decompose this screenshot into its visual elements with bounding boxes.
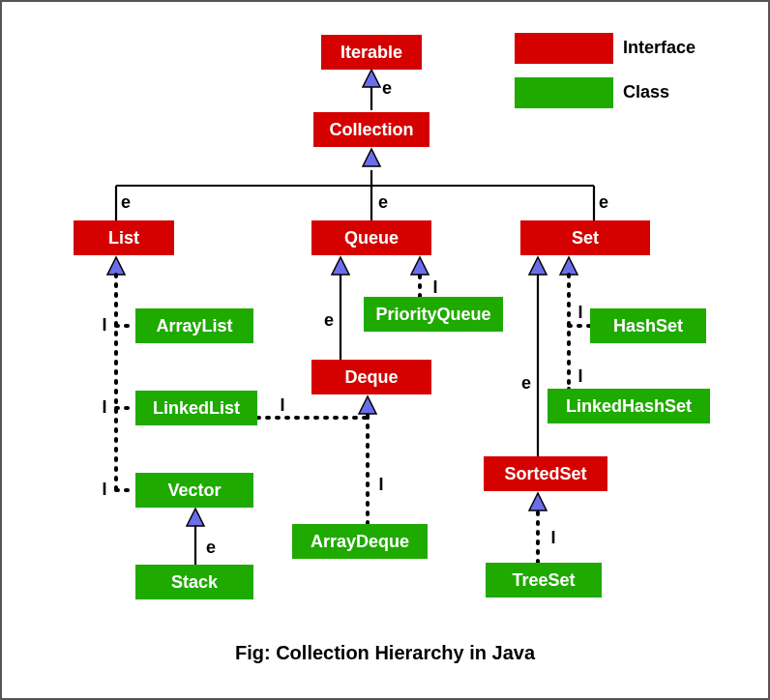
node-priorityqueue: PriorityQueue bbox=[364, 297, 503, 332]
svg-marker-1 bbox=[363, 70, 380, 87]
svg-text:I: I bbox=[578, 366, 582, 386]
svg-text:ArrayDeque: ArrayDeque bbox=[311, 532, 409, 551]
legend-swatch-class bbox=[515, 77, 613, 108]
svg-text:Iterable: Iterable bbox=[341, 43, 402, 62]
edge-stack-vector: e bbox=[187, 509, 216, 565]
edge-collection-iterable: e bbox=[363, 70, 392, 110]
node-stack: Stack bbox=[135, 565, 253, 599]
edge-list-impl-trunk bbox=[107, 257, 125, 490]
svg-marker-24 bbox=[332, 257, 349, 275]
svg-text:Set: Set bbox=[572, 228, 599, 248]
edge-sortedset-set: e bbox=[521, 257, 547, 456]
edge-arraydeque-deque: I bbox=[359, 396, 384, 524]
svg-marker-46 bbox=[529, 493, 547, 510]
node-linkedlist: LinkedList bbox=[135, 391, 257, 425]
svg-text:e: e bbox=[599, 192, 608, 212]
node-arraydeque: ArrayDeque bbox=[292, 524, 428, 559]
node-queue: Queue bbox=[311, 220, 431, 255]
svg-marker-21 bbox=[187, 509, 204, 526]
edge-hashset-set: I bbox=[569, 303, 590, 326]
svg-text:HashSet: HashSet bbox=[613, 316, 683, 335]
edge-set-collection: e bbox=[594, 186, 608, 220]
svg-text:I: I bbox=[280, 395, 284, 415]
svg-text:e: e bbox=[206, 538, 216, 557]
edge-set-impl-trunk bbox=[560, 257, 578, 408]
legend: Interface Class bbox=[515, 33, 696, 108]
node-list: List bbox=[74, 220, 174, 255]
svg-text:LinkedList: LinkedList bbox=[153, 398, 240, 418]
node-vector: Vector bbox=[135, 473, 253, 508]
diagram-svg: Interface Class e e e e I bbox=[2, 2, 768, 698]
svg-text:e: e bbox=[521, 373, 531, 393]
node-treeset: TreeSet bbox=[486, 563, 602, 598]
node-collection: Collection bbox=[313, 112, 429, 147]
svg-text:e: e bbox=[378, 192, 388, 212]
edge-treeset-sortedset: I bbox=[529, 493, 556, 563]
figure-caption: Fig: Collection Hierarchy in Java bbox=[235, 642, 536, 663]
svg-marker-4 bbox=[363, 149, 380, 166]
node-set: Set bbox=[520, 220, 650, 255]
svg-text:I: I bbox=[550, 528, 555, 547]
node-deque: Deque bbox=[311, 360, 431, 394]
node-linkedhashset: LinkedHashSet bbox=[548, 389, 710, 423]
svg-text:Vector: Vector bbox=[167, 481, 221, 500]
svg-text:I: I bbox=[102, 480, 106, 499]
svg-marker-27 bbox=[411, 257, 429, 275]
svg-text:I: I bbox=[378, 475, 383, 494]
svg-text:e: e bbox=[324, 310, 334, 330]
legend-label-class: Class bbox=[623, 82, 669, 102]
svg-text:SortedSet: SortedSet bbox=[504, 464, 586, 483]
svg-text:I: I bbox=[432, 277, 437, 297]
svg-text:e: e bbox=[121, 192, 131, 212]
svg-marker-39 bbox=[560, 257, 578, 275]
svg-text:I: I bbox=[578, 303, 582, 322]
svg-text:e: e bbox=[382, 78, 392, 98]
svg-marker-37 bbox=[529, 257, 547, 275]
svg-text:I: I bbox=[102, 397, 106, 417]
edge-deque-queue: e bbox=[324, 257, 349, 360]
edge-arraylist-list: I bbox=[102, 315, 135, 335]
edge-vector-list: I bbox=[102, 480, 135, 499]
node-hashset: HashSet bbox=[590, 308, 706, 343]
svg-text:I: I bbox=[102, 315, 106, 335]
legend-label-interface: Interface bbox=[623, 38, 696, 57]
edge-linkedlist-list: I bbox=[102, 397, 135, 417]
svg-text:PriorityQueue: PriorityQueue bbox=[375, 305, 490, 324]
svg-text:List: List bbox=[108, 228, 139, 248]
svg-text:Collection: Collection bbox=[329, 120, 413, 139]
svg-marker-12 bbox=[107, 257, 125, 275]
svg-text:TreeSet: TreeSet bbox=[512, 570, 575, 590]
node-arraylist: ArrayList bbox=[135, 308, 253, 343]
svg-text:Stack: Stack bbox=[171, 572, 219, 592]
svg-text:ArrayList: ArrayList bbox=[156, 316, 232, 335]
edge-list-collection: e bbox=[116, 186, 131, 220]
edge-branch-bar bbox=[116, 149, 594, 186]
svg-text:LinkedHashSet: LinkedHashSet bbox=[566, 396, 692, 416]
edge-queue-collection: e bbox=[371, 186, 388, 220]
diagram-frame: Interface Class e e e e I bbox=[0, 0, 770, 700]
edge-priorityqueue-queue: I bbox=[411, 257, 438, 297]
node-iterable: Iterable bbox=[321, 35, 422, 70]
node-sortedset: SortedSet bbox=[484, 456, 607, 491]
svg-text:Deque: Deque bbox=[344, 367, 398, 387]
svg-text:Queue: Queue bbox=[344, 228, 399, 248]
legend-swatch-interface bbox=[515, 33, 613, 64]
